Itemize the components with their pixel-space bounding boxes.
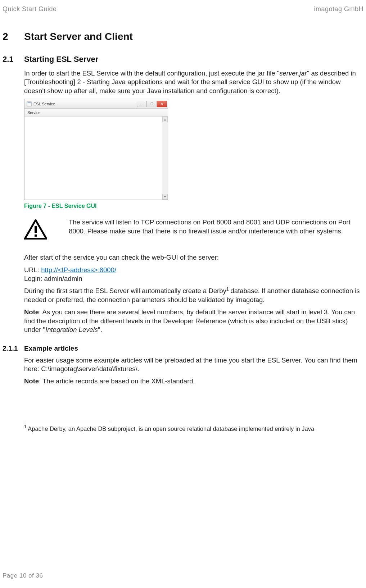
heading-1: 2 Start Server and Client (3, 31, 363, 42)
warning-box: The service will listen to TCP connectio… (24, 218, 363, 240)
close-button[interactable]: ✕ (157, 101, 167, 107)
url-line: URL: http://<IP-address>:8000/ (24, 266, 363, 274)
heading-1-number: 2 (3, 31, 24, 42)
paragraph-1: In order to start the ESL Service with t… (24, 69, 363, 95)
footnote-1: 1 Apache Derby, an Apache DB subproject,… (24, 424, 363, 433)
warning-text: The service will listen to TCP connectio… (69, 218, 363, 236)
window-body: ▲ ▼ (24, 117, 168, 200)
maximize-button[interactable]: ☐ (147, 101, 157, 107)
scroll-down-arrow[interactable]: ▼ (162, 194, 168, 200)
page-footer: Page 10 of 36 (3, 572, 43, 579)
header-left: Quick Start Guide (3, 5, 57, 13)
heading-3-title: Example articles (24, 345, 78, 352)
figure-caption: Figure 7 - ESL Service GUI (24, 203, 363, 209)
svg-rect-1 (28, 102, 31, 103)
menu-service[interactable]: Service (24, 110, 44, 115)
window-title: ESL Service (33, 102, 55, 106)
window-menubar: Service (24, 109, 168, 117)
scroll-up-arrow[interactable]: ▲ (162, 117, 168, 122)
note-2: Note: The article records are based on t… (24, 377, 363, 386)
app-icon (27, 101, 32, 106)
footnote-separator (24, 422, 110, 422)
paragraph-2: After start of the service you can check… (24, 253, 363, 262)
warning-icon (24, 219, 47, 240)
login-line: Login: admin/admin (24, 274, 363, 283)
svg-rect-3 (35, 226, 37, 233)
note-1: Note: As you can see there are several l… (24, 308, 363, 334)
heading-3: 2.1.1 Example articles (3, 345, 363, 352)
header-right: imagotag GmbH (314, 5, 363, 13)
minimize-button[interactable]: — (137, 101, 147, 107)
paragraph-3: During the first start the ESL Server wi… (24, 287, 363, 304)
esl-service-window-figure: ESL Service — ☐ ✕ Service ▲ ▼ (24, 99, 168, 200)
heading-3-number: 2.1.1 (3, 345, 24, 352)
svg-rect-4 (35, 234, 37, 237)
heading-1-title: Start Server and Client (24, 31, 133, 42)
window-titlebar: ESL Service — ☐ ✕ (24, 99, 168, 109)
heading-2-title: Starting ESL Server (24, 55, 98, 64)
heading-2: 2.1 Starting ESL Server (3, 55, 363, 64)
heading-2-number: 2.1 (3, 55, 24, 64)
paragraph-4: For easier usage some example articles w… (24, 356, 363, 374)
scrollbar[interactable]: ▲ ▼ (162, 117, 168, 200)
server-url-link[interactable]: http://<IP-address>:8000/ (41, 266, 116, 274)
